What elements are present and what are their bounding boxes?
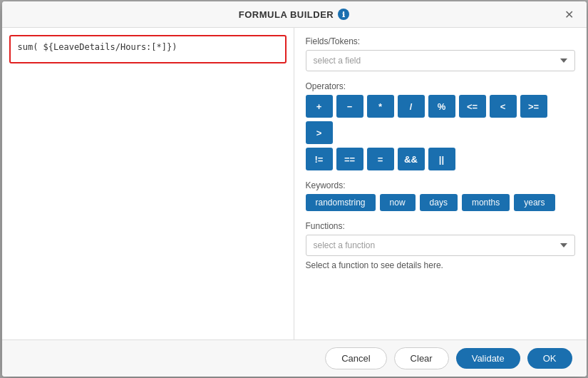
op-minus[interactable]: − (336, 95, 363, 118)
operators-section: Operators: + − * / % <= < >= > (306, 81, 575, 170)
op-and[interactable]: && (398, 148, 425, 170)
op-lte[interactable]: <= (459, 95, 486, 118)
op-neq[interactable]: != (306, 148, 333, 170)
left-panel: sum( ${LeaveDetails/Hours:[*]}) (2, 28, 294, 339)
ok-button[interactable]: OK (527, 348, 572, 369)
functions-dropdown[interactable]: select a function (306, 235, 575, 256)
kw-years[interactable]: years (514, 194, 555, 211)
modal-overlay: FORMULA BUILDER ℹ ✕ sum( ${LeaveDetails/… (0, 0, 588, 378)
modal-title: FORMULA BUILDER (239, 9, 334, 20)
kw-now[interactable]: now (380, 194, 416, 211)
kw-randomstring[interactable]: randomstring (306, 194, 376, 211)
kw-days[interactable]: days (420, 194, 458, 211)
op-gt[interactable]: > (306, 121, 333, 144)
op-gte[interactable]: >= (520, 95, 547, 118)
info-icon[interactable]: ℹ (338, 9, 349, 20)
operators-grid: + − * / % <= < >= > != == (306, 95, 575, 170)
formula-builder-modal: FORMULA BUILDER ℹ ✕ sum( ${LeaveDetails/… (2, 1, 587, 377)
fields-tokens-label: Fields/Tokens: (306, 36, 575, 46)
kw-months[interactable]: months (462, 194, 510, 211)
close-button[interactable]: ✕ (560, 6, 578, 23)
functions-label: Functions: (306, 221, 575, 231)
fields-tokens-dropdown[interactable]: select a field (306, 50, 575, 71)
fields-tokens-section: Fields/Tokens: select a field (306, 36, 575, 71)
modal-header: FORMULA BUILDER ℹ ✕ (2, 1, 587, 28)
op-or[interactable]: || (428, 148, 455, 170)
operators-row-1: + − * / % <= < >= > (306, 95, 575, 144)
op-eq2[interactable]: == (336, 148, 363, 170)
clear-button[interactable]: Clear (394, 347, 449, 369)
operators-label: Operators: (306, 81, 575, 91)
operators-row-2: != == = && || (306, 148, 575, 170)
modal-footer: Cancel Clear Validate OK (2, 339, 587, 377)
validate-button[interactable]: Validate (456, 348, 520, 369)
op-divide[interactable]: / (398, 95, 425, 118)
modal-body: sum( ${LeaveDetails/Hours:[*]}) Fields/T… (2, 28, 587, 339)
right-panel: Fields/Tokens: select a field Operators:… (294, 28, 587, 339)
keywords-label: Keywords: (306, 180, 575, 190)
op-lt[interactable]: < (490, 95, 517, 118)
op-multiply[interactable]: * (367, 95, 394, 118)
keywords-row: randomstring now days months years (306, 194, 575, 211)
function-hint: Select a function to see details here. (306, 260, 575, 270)
op-percent[interactable]: % (428, 95, 455, 118)
formula-input[interactable]: sum( ${LeaveDetails/Hours:[*]}) (9, 35, 287, 63)
functions-section: Functions: select a function Select a fu… (306, 221, 575, 270)
cancel-button[interactable]: Cancel (325, 347, 386, 369)
op-eq[interactable]: = (367, 148, 394, 170)
op-plus[interactable]: + (306, 95, 333, 118)
keywords-section: Keywords: randomstring now days months y… (306, 180, 575, 211)
